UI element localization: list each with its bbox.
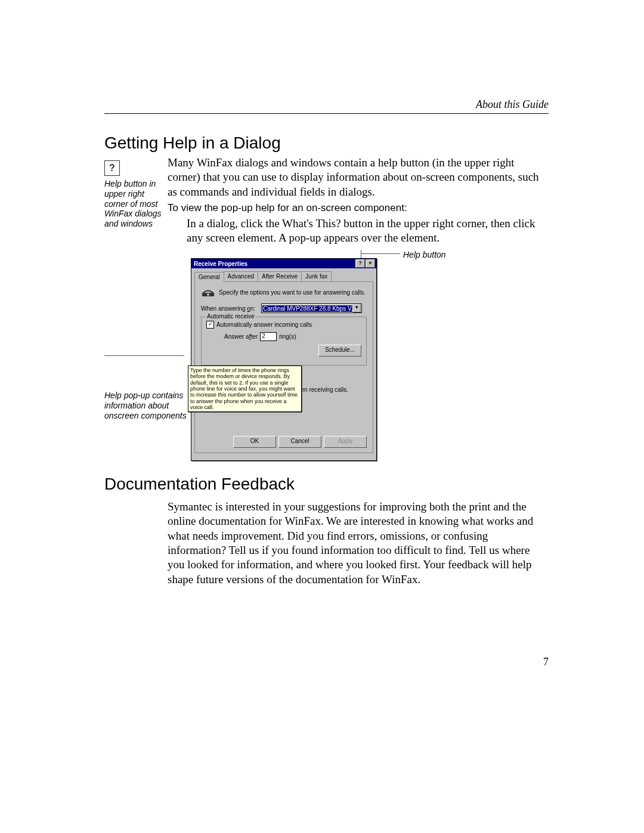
help-question-icon: ? <box>104 160 120 176</box>
document-page: About this Guide Getting Help in a Dialo… <box>0 0 644 833</box>
titlebar-close-button[interactable]: × <box>366 259 375 268</box>
receive-properties-dialog: Receive Properties ? × General Advanced … <box>191 258 377 461</box>
procedure-heading: To view the pop-up help for an on-screen… <box>168 202 549 215</box>
section-heading-getting-help: Getting Help in a Dialog <box>104 134 281 153</box>
cancel-button[interactable]: Cancel <box>278 436 321 448</box>
ok-button[interactable]: OK <box>233 436 276 448</box>
modem-combobox[interactable]: Cardinal MVP288XF 28.8 Kbps V.34 Fax M ▼ <box>261 304 362 313</box>
svg-point-1 <box>207 293 209 296</box>
dialog-title: Receive Properties <box>194 261 247 267</box>
paragraph-feedback: Symantec is interested in your suggestio… <box>168 500 549 587</box>
tab-general[interactable]: General <box>194 272 224 282</box>
modem-selected-value: Cardinal MVP288XF 28.8 Kbps V.34 Fax M <box>262 305 352 312</box>
callout-line <box>361 253 400 254</box>
callout-line <box>104 355 184 356</box>
whats-this-tooltip: Type the number of times the phone rings… <box>188 366 302 412</box>
answer-after-label: Answer after <box>224 333 258 340</box>
rings-label: ring(s) <box>279 333 296 340</box>
tab-strip: General Advanced After Receive Junk fax <box>194 271 373 282</box>
callout-line <box>361 250 361 258</box>
titlebar-help-button[interactable]: ? <box>355 259 365 268</box>
tab-junk-fax[interactable]: Junk fax <box>301 271 332 281</box>
callout-label-popup: Help pop-up contains information about o… <box>104 391 197 420</box>
auto-answer-checkbox[interactable]: ✓ <box>206 321 214 329</box>
tab-after-receive[interactable]: After Receive <box>258 271 302 281</box>
partially-hidden-text: hen receiving calls. <box>298 386 348 393</box>
page-number: 7 <box>543 656 549 668</box>
callout-label-help-button: Help button <box>403 250 446 259</box>
dialog-titlebar[interactable]: Receive Properties ? × <box>191 259 376 268</box>
group-legend: Automatic receive <box>205 313 256 320</box>
running-header: About this Guide <box>476 98 549 111</box>
chevron-down-icon[interactable]: ▼ <box>352 304 361 312</box>
section-heading-feedback: Documentation Feedback <box>104 475 295 494</box>
tab-advanced[interactable]: Advanced <box>224 271 258 281</box>
rings-count-field[interactable]: 2 <box>260 332 277 341</box>
when-answering-label: When answering on: <box>201 305 255 312</box>
phone-icon <box>201 287 215 298</box>
procedure-step: In a dialog, click the What's This? butt… <box>187 216 549 246</box>
tab-panel-general: Specify the options you want to use for … <box>194 282 373 453</box>
apply-button[interactable]: Apply <box>324 436 367 448</box>
auto-answer-label: Automatically answer incoming calls <box>216 321 312 328</box>
automatic-receive-group: Automatic receive ✓ Automatically answer… <box>201 317 367 366</box>
header-rule <box>104 113 549 114</box>
dialog-instruction: Specify the options you want to use for … <box>219 289 366 296</box>
schedule-button[interactable]: Schedule... <box>318 345 361 357</box>
paragraph-intro: Many WinFax dialogs and windows contain … <box>168 156 549 199</box>
margin-note-help-button: Help button in upper right corner of mos… <box>104 179 164 229</box>
